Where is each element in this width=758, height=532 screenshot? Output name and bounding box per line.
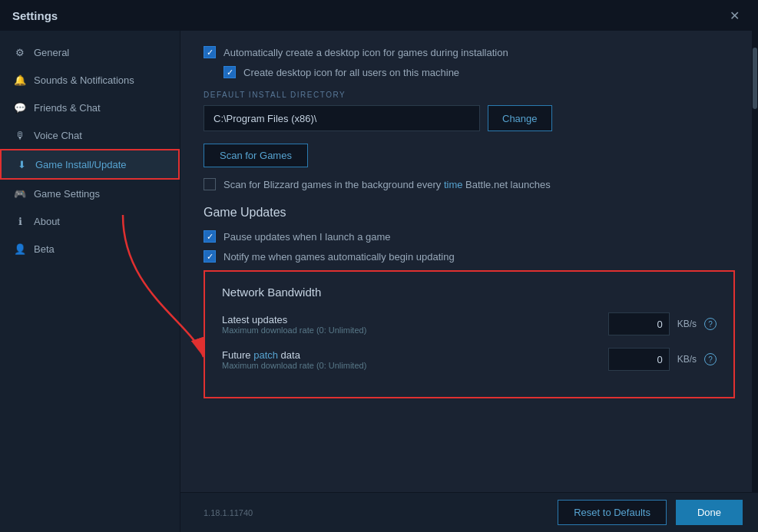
checkbox-auto-desktop-label: Automatically create a desktop icon for … (223, 47, 508, 58)
bandwidth-latest-labels: Latest updates Maximum download rate (0:… (222, 314, 601, 335)
footer: 1.18.1.11740 Reset to Defaults Done (180, 492, 758, 532)
content-area: ✓ Automatically create a desktop icon fo… (180, 31, 758, 532)
bandwidth-latest-sub: Maximum download rate (0: Unlimited) (222, 325, 601, 335)
main-container: ⚙General🔔Sounds & Notifications💬Friends … (0, 31, 758, 532)
checkbox-all-users-label: Create desktop icon for all users on thi… (243, 67, 459, 78)
general-icon: ⚙ (14, 46, 26, 58)
window-title: Settings (12, 9, 58, 22)
sidebar-item-voice-chat[interactable]: 🎙Voice Chat (0, 121, 180, 149)
scan-bg-text: Scan for Blizzard games in the backgroun… (223, 179, 551, 190)
checkbox-pause-updates[interactable]: ✓ Pause updates when I launch a game (204, 230, 735, 243)
sidebar-item-beta[interactable]: 👤Beta (0, 235, 180, 263)
checkbox-notify-updates[interactable]: ✓ Notify me when games automatically beg… (204, 250, 735, 263)
close-button[interactable]: ✕ (723, 5, 746, 26)
bandwidth-future-input[interactable] (608, 348, 670, 371)
change-button[interactable]: Change (488, 105, 552, 131)
scrollbar[interactable] (752, 31, 758, 532)
dir-row: Change (204, 105, 735, 131)
sounds-notifications-icon: 🔔 (14, 74, 26, 86)
checkbox-notify-box[interactable]: ✓ (204, 250, 216, 263)
checkbox-pause-label: Pause updates when I launch a game (223, 231, 391, 243)
sidebar-item-about[interactable]: ℹAbout (0, 207, 180, 235)
game-settings-icon: 🎮 (14, 187, 26, 200)
bandwidth-future-help-icon[interactable]: ? (704, 353, 717, 365)
sidebar: ⚙General🔔Sounds & Notifications💬Friends … (0, 31, 180, 532)
network-bandwidth-section: Network Bandwidth Latest updates Maximum… (204, 270, 735, 398)
scan-background-row: Scan for Blizzard games in the backgroun… (204, 178, 735, 190)
sidebar-label-beta: Beta (34, 243, 55, 255)
bandwidth-latest-label: Latest updates (222, 314, 601, 325)
install-dir-input[interactable] (204, 105, 480, 131)
bandwidth-latest-row: Latest updates Maximum download rate (0:… (222, 312, 717, 335)
sidebar-item-game-settings[interactable]: 🎮Game Settings (0, 180, 180, 207)
scan-bg-checkbox[interactable] (204, 178, 216, 190)
about-icon: ℹ (14, 215, 26, 227)
game-updates-heading: Game Updates (204, 206, 735, 220)
sidebar-item-game-install-update[interactable]: ⬇Game Install/Update (0, 149, 180, 180)
bandwidth-future-row: Future patch data Maximum download rate … (222, 348, 717, 371)
checkbox-notify-label: Notify me when games automatically begin… (223, 251, 455, 263)
sidebar-label-game-install-update: Game Install/Update (35, 159, 127, 170)
sidebar-label-sounds-notifications: Sounds & Notifications (34, 74, 134, 86)
checkbox-pause-box[interactable]: ✓ (204, 230, 216, 243)
reset-button[interactable]: Reset to Defaults (558, 500, 667, 525)
scroll-thumb[interactable] (753, 48, 757, 109)
done-button[interactable]: Done (676, 500, 743, 525)
friends-chat-icon: 💬 (14, 101, 26, 114)
sidebar-item-sounds-notifications[interactable]: 🔔Sounds & Notifications (0, 66, 180, 94)
sidebar-item-friends-chat[interactable]: 💬Friends & Chat (0, 94, 180, 121)
sidebar-label-friends-chat: Friends & Chat (34, 102, 101, 114)
bandwidth-latest-input[interactable] (608, 312, 670, 335)
scan-bg-link[interactable]: time (444, 179, 463, 190)
checkbox-all-users[interactable]: ✓ Create desktop icon for all users on t… (223, 66, 735, 78)
bandwidth-future-labels: Future patch data Maximum download rate … (222, 349, 601, 370)
voice-chat-icon: 🎙 (14, 129, 26, 141)
checkbox-auto-desktop[interactable]: ✓ Automatically create a desktop icon fo… (204, 46, 735, 58)
sidebar-label-general: General (34, 47, 69, 58)
checkbox-auto-desktop-box[interactable]: ✓ (204, 46, 216, 58)
sidebar-label-game-settings: Game Settings (34, 188, 100, 200)
sidebar-label-voice-chat: Voice Chat (34, 130, 82, 141)
sidebar-label-about: About (34, 216, 60, 227)
game-install-update-icon: ⬇ (15, 158, 28, 170)
bandwidth-latest-help-icon[interactable]: ? (704, 318, 717, 330)
scan-games-button[interactable]: Scan for Games (204, 144, 308, 167)
network-bandwidth-title: Network Bandwidth (222, 286, 717, 299)
bandwidth-latest-unit: KB/s (677, 319, 697, 329)
sidebar-item-general[interactable]: ⚙General (0, 38, 180, 66)
bandwidth-future-unit: KB/s (677, 354, 697, 365)
title-bar: Settings ✕ (0, 0, 758, 31)
beta-icon: 👤 (14, 243, 26, 255)
bandwidth-future-sub: Maximum download rate (0: Unlimited) (222, 361, 601, 370)
bandwidth-future-label: Future patch data (222, 349, 601, 361)
install-dir-label: DEFAULT INSTALL DIRECTORY (204, 91, 735, 99)
checkbox-all-users-box[interactable]: ✓ (223, 66, 236, 78)
version-text: 1.18.1.11740 (204, 508, 253, 517)
